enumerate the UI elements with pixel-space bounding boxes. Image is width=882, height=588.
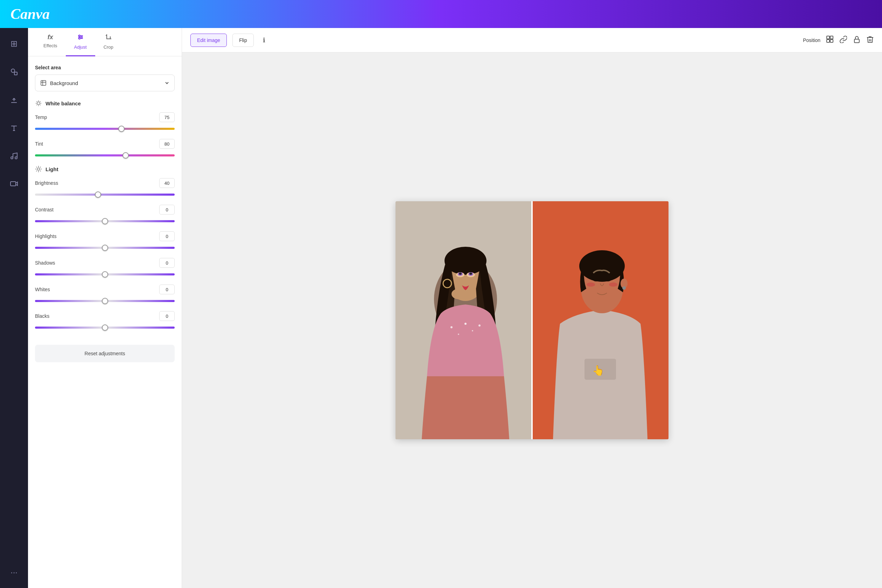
background-dropdown[interactable]: Background [35,75,175,92]
contrast-slider-container[interactable] [35,218,175,224]
tint-value[interactable]: 80 [159,139,175,149]
panel-content: Select area Background White balance [28,56,182,588]
svg-rect-2 [10,182,16,186]
shadows-value[interactable]: 0 [159,258,175,268]
reset-adjustments-button[interactable]: Reset adjustments [35,345,175,362]
contrast-slider-thumb[interactable] [102,218,108,224]
sidebar-item-video[interactable] [5,175,23,192]
svg-rect-11 [827,39,830,42]
brightness-slider-row: Brightness 40 [35,178,175,198]
highlights-slider-container[interactable] [35,244,175,251]
brightness-slider-container[interactable] [35,192,175,198]
svg-rect-6 [41,81,46,86]
temp-slider-track[interactable] [35,128,175,130]
flip-button[interactable]: Flip [232,34,254,47]
image-left [396,201,532,439]
shadows-slider-thumb[interactable] [102,271,108,278]
icon-sidebar: ⊞ ··· [0,28,28,588]
effects-tab-icon: fx [48,34,53,41]
svg-rect-1 [14,72,17,75]
highlights-value[interactable]: 0 [159,231,175,241]
contrast-value[interactable]: 0 [159,205,175,214]
canvas-content[interactable]: 👆 [182,52,882,588]
brightness-slider-track[interactable] [35,194,175,196]
brightness-value[interactable]: 40 [159,178,175,188]
lock-toolbar-icon[interactable] [853,35,860,45]
photo-right-svg [532,201,669,439]
toolbar-right: Position [803,35,874,45]
svg-point-4 [81,36,82,38]
sidebar-item-upload[interactable] [5,91,23,108]
svg-point-23 [478,324,480,327]
svg-point-34 [579,250,625,282]
light-section: Light [35,165,175,172]
chevron-down-icon [165,81,170,86]
svg-rect-10 [830,36,833,39]
sidebar-item-text[interactable] [5,119,23,136]
highlights-slider-row: Highlights 0 [35,231,175,251]
sidebar-item-more[interactable]: ··· [5,564,23,581]
main-layout: ⊞ ··· [0,28,882,588]
white-balance-title: White balance [45,100,81,106]
blacks-slider-row: Blacks 0 [35,311,175,331]
temp-value[interactable]: 75 [159,112,175,122]
blacks-slider-thumb[interactable] [102,324,108,331]
svg-point-35 [592,276,600,281]
light-title: Light [45,166,58,172]
link-toolbar-icon[interactable] [839,35,847,45]
tab-crop-label: Crop [104,45,113,50]
tint-slider-track[interactable] [35,154,175,156]
sidebar-item-grid[interactable]: ⊞ [5,35,23,52]
panel: fx Effects Adjust Crop [28,28,182,588]
edit-image-button[interactable]: Edit image [190,34,227,47]
svg-point-3 [79,35,80,36]
image-container: 👆 [396,201,669,439]
image-right: 👆 [532,201,669,439]
blacks-value[interactable]: 0 [159,311,175,321]
tint-slider-thumb[interactable] [123,152,129,159]
tint-slider-row: Tint 80 [35,139,175,159]
position-label: Position [803,38,820,43]
contrast-slider-row: Contrast 0 [35,205,175,224]
svg-point-37 [586,282,595,286]
top-bar: Canva [0,0,882,28]
svg-point-8 [38,168,40,171]
sidebar-item-music[interactable] [5,147,23,165]
white-balance-icon [35,100,42,107]
blacks-slider-container[interactable] [35,324,175,331]
svg-point-38 [609,282,617,286]
toolbar-right-icons [826,35,874,45]
whites-slider-thumb[interactable] [102,298,108,304]
sidebar-item-shapes[interactable] [5,63,23,81]
temp-slider-thumb[interactable] [118,126,124,132]
tab-adjust-label: Adjust [74,45,87,50]
dropdown-selected: Background [50,80,78,86]
highlights-slider-thumb[interactable] [102,244,108,251]
adjust-tab-icon [77,34,84,42]
tab-effects[interactable]: fx Effects [35,28,66,56]
grid-toolbar-icon[interactable] [826,35,834,45]
tint-slider-track-container[interactable] [35,152,175,159]
svg-rect-32 [585,359,616,380]
split-divider [531,201,533,439]
info-button[interactable]: ℹ [260,34,269,47]
brightness-slider-thumb[interactable] [95,192,101,198]
tab-adjust[interactable]: Adjust [66,28,95,56]
blacks-label: Blacks [35,313,50,319]
whites-slider-container[interactable] [35,298,175,304]
temp-slider-track-container[interactable] [35,126,175,132]
tab-crop[interactable]: Crop [95,28,122,56]
whites-slider-row: Whites 0 [35,285,175,304]
canvas-area: Edit image Flip ℹ Position [182,28,882,588]
shadows-slider-container[interactable] [35,271,175,278]
highlights-label: Highlights [35,234,56,239]
contrast-label: Contrast [35,207,54,213]
tab-effects-label: Effects [44,43,57,48]
svg-point-21 [465,323,466,325]
svg-rect-13 [854,39,859,43]
svg-point-17 [444,247,486,275]
select-area-label: Select area [35,65,175,70]
whites-value[interactable]: 0 [159,285,175,294]
svg-rect-12 [830,39,833,42]
trash-toolbar-icon[interactable] [866,35,874,45]
